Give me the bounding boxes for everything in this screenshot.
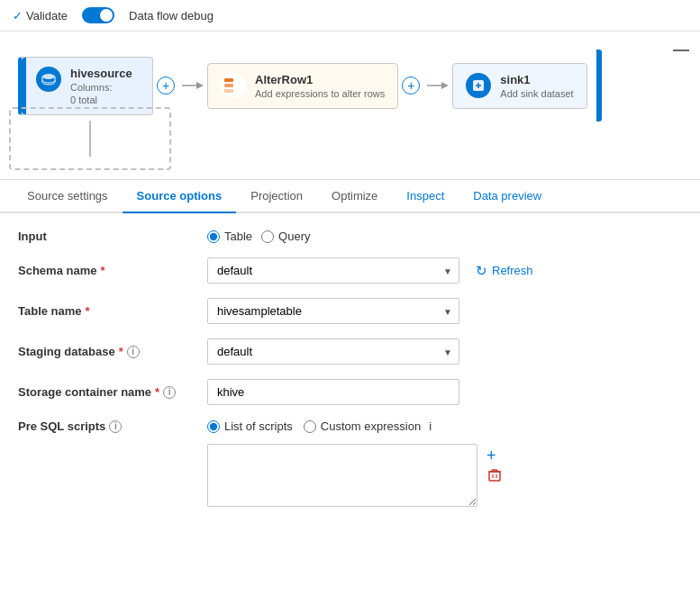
debug-toggle[interactable] xyxy=(82,7,114,23)
validate-label[interactable]: Validate xyxy=(26,9,68,23)
storage-required: * xyxy=(155,385,159,399)
staging-label: Staging database * i xyxy=(18,345,207,358)
alterrow-sub1: Add expressions to alter rows xyxy=(255,88,385,99)
minimize-button[interactable] xyxy=(673,42,689,51)
prescripts-info-icon[interactable]: i xyxy=(109,420,122,433)
staging-row: Staging database * i default ▼ xyxy=(18,338,682,365)
schema-label: Schema name * xyxy=(18,264,207,277)
svg-rect-4 xyxy=(224,84,233,87)
schema-select-wrapper: default other ▼ xyxy=(207,257,459,284)
hivesource-icon xyxy=(36,67,61,92)
input-controls: Table Query xyxy=(207,230,682,243)
schema-required: * xyxy=(100,264,105,277)
input-query-radio[interactable]: Query xyxy=(261,230,310,243)
staging-info-icon[interactable]: i xyxy=(127,346,140,358)
input-label: Input xyxy=(18,230,207,243)
node-hivesource[interactable]: hivesource Columns: 0 total xyxy=(18,57,153,115)
dashed-region xyxy=(9,107,171,170)
prescripts-textarea[interactable] xyxy=(207,444,477,507)
textarea-actions: + xyxy=(486,447,503,486)
form-area: Input Table Query Schema name * default … xyxy=(0,213,700,523)
delete-script-button[interactable] xyxy=(486,467,503,486)
staging-required: * xyxy=(119,345,123,358)
tab-inspect[interactable]: Inspect xyxy=(392,180,459,213)
hivesource-name: hivesource xyxy=(70,67,132,80)
storage-controls xyxy=(207,379,682,405)
storage-info-icon[interactable]: i xyxy=(163,386,176,399)
svg-rect-3 xyxy=(224,78,233,82)
node-alterrow1[interactable]: AlterRow1 Add expressions to alter rows xyxy=(207,63,398,109)
prescripts-controls: List of scripts Custom expression i xyxy=(207,419,432,433)
node-sink1[interactable]: sink1 Add sink dataset xyxy=(452,63,587,109)
prescripts-list-radio[interactable]: List of scripts xyxy=(207,419,293,433)
svg-point-0 xyxy=(42,74,55,79)
arrow1 xyxy=(182,78,204,93)
check-icon: ✓ xyxy=(13,9,23,23)
schema-row: Schema name * default other ▼ ↻ Refresh xyxy=(18,257,682,284)
input-row: Input Table Query xyxy=(18,230,682,243)
tab-optimize[interactable]: Optimize xyxy=(317,180,392,213)
sink-name: sink1 xyxy=(500,73,573,86)
textarea-row: + xyxy=(18,444,682,507)
validate-section: ✓ Validate xyxy=(13,9,68,23)
sink-sub1: Add sink dataset xyxy=(500,88,573,99)
svg-rect-5 xyxy=(224,89,233,93)
svg-rect-9 xyxy=(489,472,500,481)
prescripts-custom-radio[interactable]: Custom expression i xyxy=(304,419,432,433)
hivesource-sub2: 0 total xyxy=(70,95,132,105)
alterrow-icon xyxy=(221,73,246,98)
tab-source-options[interactable]: Source options xyxy=(123,180,237,213)
schema-controls: default other ▼ ↻ Refresh xyxy=(207,257,682,284)
add-after-source[interactable]: + xyxy=(157,77,175,95)
pipeline-canvas: hivesource Columns: 0 total + xyxy=(0,32,700,180)
prescripts-row: Pre SQL scripts i List of scripts Custom… xyxy=(18,419,682,433)
custom-info-icon[interactable]: i xyxy=(429,419,432,433)
sink-icon xyxy=(466,73,491,98)
storage-row: Storage container name * i xyxy=(18,379,682,405)
tab-projection[interactable]: Projection xyxy=(236,180,317,213)
arrow2 xyxy=(427,78,449,93)
input-table-radio[interactable]: Table xyxy=(207,230,252,243)
tab-bar: Source settings Source options Projectio… xyxy=(0,180,700,213)
right-bar xyxy=(596,50,602,122)
staging-select-wrapper: default ▼ xyxy=(207,338,459,365)
toolbar: ✓ Validate Data flow debug xyxy=(0,0,700,32)
tab-source-settings[interactable]: Source settings xyxy=(13,180,123,213)
schema-select[interactable]: default other xyxy=(207,257,459,284)
table-row: Table name * hivesampletable ▼ xyxy=(18,298,682,324)
storage-label: Storage container name * i xyxy=(18,385,207,399)
tab-data-preview[interactable]: Data preview xyxy=(459,180,556,213)
refresh-button[interactable]: ↻ Refresh xyxy=(468,259,541,283)
svg-marker-7 xyxy=(441,82,449,89)
dashed-line xyxy=(89,121,91,157)
table-select-wrapper: hivesampletable ▼ xyxy=(207,298,459,324)
refresh-icon: ↻ xyxy=(476,263,487,279)
alterrow-name: AlterRow1 xyxy=(255,73,385,86)
table-select[interactable]: hivesampletable xyxy=(207,298,459,324)
table-controls: hivesampletable ▼ xyxy=(207,298,682,324)
add-after-alterrow[interactable]: + xyxy=(402,77,420,95)
table-label: Table name * xyxy=(18,304,207,318)
hivesource-sub1: Columns: xyxy=(70,82,132,93)
svg-marker-2 xyxy=(196,82,204,89)
prescripts-label: Pre SQL scripts i xyxy=(18,419,207,433)
storage-input[interactable] xyxy=(207,379,459,405)
staging-select[interactable]: default xyxy=(207,338,459,365)
debug-label: Data flow debug xyxy=(129,9,214,23)
add-script-button[interactable]: + xyxy=(486,447,503,464)
table-required: * xyxy=(86,304,90,318)
staging-controls: default ▼ xyxy=(207,338,682,365)
